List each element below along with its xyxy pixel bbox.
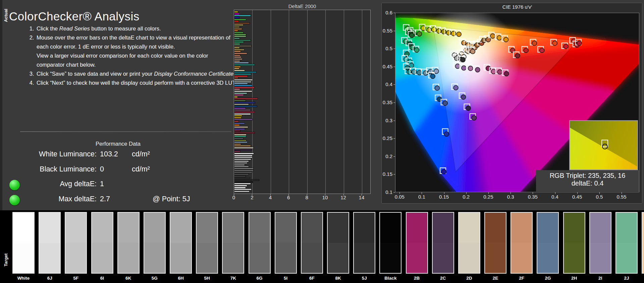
deltae-error-bar[interactable] (234, 32, 244, 33)
measured-point-circle[interactable] (532, 41, 537, 46)
deltae-error-bar[interactable] (234, 90, 252, 92)
deltae-error-bar[interactable] (234, 94, 244, 96)
deltae-error-bar[interactable] (234, 102, 255, 103)
deltae-error-bar[interactable] (234, 19, 246, 20)
measured-point-circle[interactable] (486, 66, 491, 71)
deltae-error-bar[interactable] (234, 126, 248, 128)
deltae-error-bar[interactable] (234, 98, 258, 99)
deltae-error-bar[interactable] (234, 73, 251, 75)
deltae-error-bar[interactable] (234, 185, 247, 187)
measured-point-circle[interactable] (564, 44, 568, 49)
measured-point-circle[interactable] (454, 56, 459, 61)
measured-point-circle[interactable] (490, 34, 495, 39)
measured-point-circle[interactable] (417, 70, 422, 75)
deltae-error-bar[interactable] (234, 64, 255, 66)
deltae-error-bar[interactable] (234, 41, 244, 43)
deltae-error-bar[interactable] (234, 11, 238, 13)
deltae-error-bar[interactable] (234, 36, 246, 37)
measured-point-circle[interactable] (497, 70, 502, 74)
deltae-error-bar[interactable] (234, 115, 242, 117)
deltae-error-bar[interactable] (234, 92, 247, 94)
measured-point-circle[interactable] (524, 48, 528, 53)
deltae-error-bar[interactable] (234, 164, 245, 166)
deltae-error-bar[interactable] (234, 62, 249, 64)
measured-point-circle[interactable] (415, 48, 419, 52)
deltae-error-bar[interactable] (234, 49, 245, 51)
measured-point-circle[interactable] (444, 132, 449, 136)
measured-point-circle[interactable] (497, 36, 502, 40)
deltae-error-bar[interactable] (234, 60, 240, 62)
deltae-error-bar[interactable] (234, 173, 249, 175)
deltae-error-bar[interactable] (234, 123, 245, 124)
measured-point-circle[interactable] (461, 57, 465, 62)
deltae-error-bar[interactable] (234, 153, 254, 154)
deltae-error-bar[interactable] (234, 22, 250, 24)
measured-point-circle[interactable] (453, 85, 458, 90)
deltae-error-bar[interactable] (234, 43, 240, 45)
measured-point-circle[interactable] (412, 70, 417, 74)
deltae-error-bar[interactable] (234, 53, 247, 54)
measured-point-circle[interactable] (470, 49, 475, 54)
deltae-error-bar[interactable] (234, 45, 252, 47)
measured-point-circle[interactable] (455, 64, 460, 69)
deltae-error-bar[interactable] (234, 189, 252, 190)
measured-point-circle[interactable] (475, 67, 480, 72)
deltae-error-bar[interactable] (234, 160, 249, 162)
measured-point-circle[interactable] (457, 32, 461, 37)
deltae-error-bar[interactable] (234, 119, 253, 120)
deltae-error-bar[interactable] (234, 156, 253, 158)
measured-point-circle[interactable] (437, 29, 441, 33)
deltae-error-bar[interactable] (234, 71, 257, 73)
measured-point-circle[interactable] (540, 48, 544, 53)
measured-point-circle[interactable] (441, 29, 446, 34)
deltae-error-bar[interactable] (234, 13, 240, 15)
deltae-error-bar[interactable] (234, 181, 253, 183)
deltae-error-bar[interactable] (234, 55, 240, 56)
deltae-error-bar[interactable] (234, 58, 243, 60)
deltae-error-bar[interactable] (234, 38, 240, 39)
deltae-error-bar[interactable] (234, 191, 250, 192)
deltae-error-bar[interactable] (234, 166, 249, 167)
deltae-error-bar[interactable] (234, 171, 252, 173)
measured-point-circle[interactable] (405, 65, 410, 70)
measured-point-circle[interactable] (577, 41, 582, 46)
deltae-error-bar[interactable] (234, 85, 252, 86)
deltae-error-bar[interactable] (234, 100, 246, 101)
deltae-error-bar[interactable] (234, 24, 244, 26)
deltae-error-bar[interactable] (234, 34, 246, 36)
deltae-error-bar[interactable] (234, 162, 248, 164)
deltae-error-bar[interactable] (234, 26, 240, 28)
measured-point-circle[interactable] (451, 31, 456, 36)
deltae-error-bar[interactable] (234, 117, 241, 119)
deltae-error-bar[interactable] (234, 105, 257, 107)
deltae-error-bar[interactable] (234, 113, 251, 115)
measured-point-circle[interactable] (515, 54, 520, 58)
deltae-error-bar[interactable] (234, 158, 251, 160)
measured-point-circle[interactable] (504, 71, 509, 76)
deltae-error-bar[interactable] (234, 141, 248, 143)
deltae-error-bar[interactable] (234, 15, 251, 16)
deltae-error-bar[interactable] (234, 56, 241, 58)
measured-point-circle[interactable] (446, 30, 451, 35)
deltae-error-bar[interactable] (234, 132, 255, 134)
deltae-error-bar[interactable] (234, 128, 245, 130)
measured-point-circle[interactable] (434, 69, 439, 74)
deltae-error-bar[interactable] (234, 51, 241, 52)
measured-point-circle[interactable] (417, 31, 422, 36)
measured-point-circle[interactable] (441, 169, 446, 174)
deltae-error-bar[interactable] (234, 17, 239, 18)
deltae-error-bar[interactable] (234, 151, 240, 152)
deltae-error-bar[interactable] (234, 136, 246, 137)
deltae-error-bar[interactable] (234, 149, 252, 151)
deltae-error-bar[interactable] (234, 81, 252, 83)
deltae-error-bar[interactable] (234, 75, 248, 77)
deltae-error-bar[interactable] (234, 187, 246, 189)
deltae-error-bar[interactable] (234, 177, 250, 179)
deltae-error-bar[interactable] (234, 111, 255, 113)
deltae-error-bar[interactable] (234, 28, 242, 30)
deltae-error-bar[interactable] (234, 79, 253, 81)
deltae-error-bar[interactable] (234, 140, 247, 141)
deltae-error-bar[interactable] (234, 130, 240, 132)
deltae-error-bar[interactable] (234, 68, 239, 69)
deltae-error-bar[interactable] (234, 30, 238, 31)
